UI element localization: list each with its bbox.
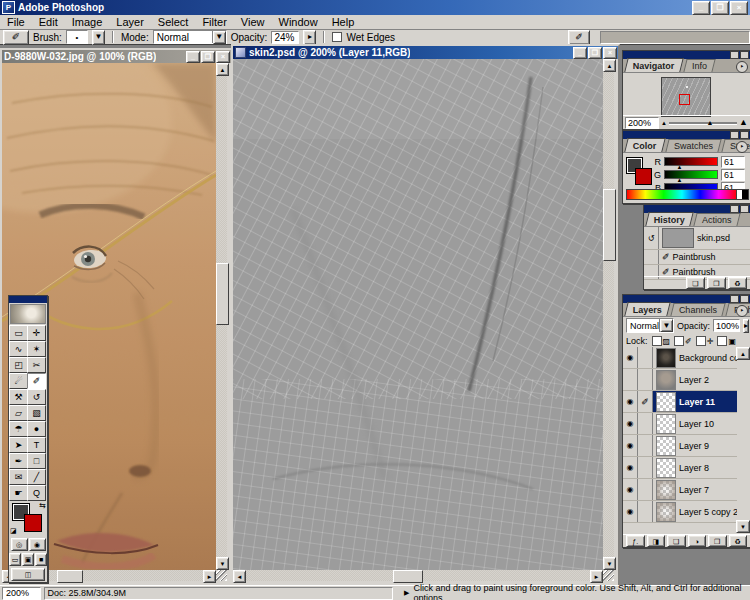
layer-thumbnail[interactable]: [656, 458, 676, 478]
opacity-slider-button[interactable]: ▸: [303, 30, 316, 45]
slice-tool[interactable]: ✂: [27, 357, 46, 373]
menu-item[interactable]: Help: [325, 15, 362, 29]
palette-menu-button[interactable]: ‣: [736, 141, 748, 153]
layer-thumbnail[interactable]: [656, 414, 676, 434]
minimize-button[interactable]: [730, 295, 739, 303]
layer-mask-button[interactable]: ◨: [647, 535, 666, 547]
new-set-button[interactable]: ❏: [667, 535, 686, 547]
toolbox-titlebar[interactable]: [9, 296, 47, 303]
layer-link-well[interactable]: ✐: [638, 501, 653, 522]
lasso-tool[interactable]: ∿: [9, 341, 28, 357]
layer-row[interactable]: ◉ ✐ Layer 9: [623, 435, 737, 457]
menu-item[interactable]: Window: [272, 15, 325, 29]
skin2-vertical-scrollbar[interactable]: ▲ ▼: [603, 59, 614, 570]
delete-state-button[interactable]: ♻: [728, 277, 747, 289]
type-tool[interactable]: T: [27, 437, 46, 453]
scroll-thumb[interactable]: [603, 189, 616, 261]
minimize-button[interactable]: [730, 51, 739, 59]
layer-visibility-toggle[interactable]: ◉: [623, 347, 638, 368]
menu-item[interactable]: Filter: [195, 15, 233, 29]
face-window-titlebar[interactable]: D-9880W-032.jpg @ 100% (RGB) _ ❐ ×: [2, 50, 231, 63]
jump-to-imageready-button[interactable]: ◫: [11, 568, 45, 581]
snapshot-thumbnail[interactable]: [662, 228, 694, 248]
rectangular-marquee-tool[interactable]: ▭: [9, 325, 28, 341]
layer-link-well[interactable]: ✐: [638, 413, 653, 434]
skin2-horizontal-scrollbar[interactable]: ◄ ►: [233, 570, 603, 581]
layers-opacity-input[interactable]: 100%: [713, 319, 740, 332]
navigator-zoom-slider[interactable]: ▲: [669, 118, 737, 128]
layer-row[interactable]: ◉ ✐ Layer 5 copy 2: [623, 501, 737, 523]
layer-visibility-toggle[interactable]: ◉: [623, 457, 638, 478]
history-snapshot-row[interactable]: ↺ skin.psd: [644, 227, 750, 250]
menu-item[interactable]: Image: [65, 15, 110, 29]
close-button[interactable]: ×: [603, 47, 617, 59]
eraser-tool[interactable]: ▱: [9, 405, 28, 421]
palette-tab[interactable]: Swatches: [665, 139, 721, 152]
zoom-tool[interactable]: Q: [27, 485, 46, 501]
scroll-up-button[interactable]: ▲: [736, 347, 750, 360]
palette-tab[interactable]: Channels: [670, 303, 725, 316]
blur-tool[interactable]: ☂: [9, 421, 28, 437]
channel-slider[interactable]: ▲: [664, 170, 718, 179]
close-button[interactable]: [740, 131, 749, 139]
paintbrush-tool[interactable]: ✐: [27, 373, 46, 389]
standard-screen-button[interactable]: ▭: [9, 553, 21, 566]
adjustment-layer-button[interactable]: ◑: [688, 535, 707, 547]
slider-thumb[interactable]: ▲: [706, 119, 713, 126]
navigator-palette[interactable]: NavigatorInfo ‣ 200% ▲ ▲ ▲: [622, 50, 750, 130]
lock-checkbox[interactable]: [696, 336, 706, 346]
scroll-down-button[interactable]: ▼: [603, 557, 616, 570]
active-tool-button[interactable]: ✐: [3, 30, 29, 45]
scroll-thumb[interactable]: [216, 263, 229, 325]
layer-row[interactable]: ◉ ✐ Layer 10: [623, 413, 737, 435]
background-color-swatch[interactable]: [24, 514, 42, 532]
layer-thumbnail[interactable]: [656, 502, 676, 522]
history-source-well[interactable]: [644, 250, 659, 264]
mode-dropdown-button[interactable]: ▼: [213, 31, 226, 44]
background-color-swatch[interactable]: [635, 168, 652, 185]
layer-visibility-toggle[interactable]: ◉: [623, 435, 638, 456]
hand-tool[interactable]: ☛: [9, 485, 28, 501]
palette-well[interactable]: [600, 31, 750, 44]
scroll-down-button[interactable]: ▼: [216, 557, 229, 570]
menu-item[interactable]: Select: [151, 15, 196, 29]
layer-link-well[interactable]: ✐: [638, 391, 653, 412]
pen-tool[interactable]: ✒: [9, 453, 28, 469]
opacity-input[interactable]: 24%: [271, 31, 299, 44]
scroll-up-button[interactable]: ▲: [603, 59, 616, 72]
scroll-thumb[interactable]: [57, 570, 83, 583]
standard-mode-button[interactable]: ◎: [11, 538, 28, 551]
wet-edges-checkbox[interactable]: [332, 32, 342, 42]
layer-style-button[interactable]: ƒ.: [626, 535, 645, 547]
maximize-button[interactable]: ❐: [588, 47, 602, 59]
magic-wand-tool[interactable]: ✶: [27, 341, 46, 357]
scroll-right-button[interactable]: ►: [590, 570, 603, 583]
menu-item[interactable]: Edit: [32, 15, 65, 29]
layer-thumbnail[interactable]: [656, 348, 676, 368]
scroll-thumb[interactable]: [393, 570, 423, 583]
lock-checkbox[interactable]: [717, 336, 727, 346]
zoom-in-icon[interactable]: ▲: [739, 118, 748, 127]
brush-dropdown-button[interactable]: ▼: [92, 30, 105, 45]
layer-thumbnail[interactable]: [656, 436, 676, 456]
layer-row[interactable]: ◉ ✐ Background copy: [623, 347, 737, 369]
layer-row[interactable]: ◉ ✐ Layer 7: [623, 479, 737, 501]
close-button[interactable]: [740, 51, 749, 59]
toolbox-palette[interactable]: ▭ ✛ ∿ ✶ ◰ ✂ ☄ ✐ ⚒ ↺ ▱ ▧: [8, 295, 48, 583]
layer-link-well[interactable]: ✐: [638, 457, 653, 478]
layer-thumbnail[interactable]: [656, 370, 676, 390]
layer-thumbnail[interactable]: [656, 392, 676, 412]
scroll-down-button[interactable]: ▼: [736, 520, 750, 533]
adobe-online-banner[interactable]: [10, 304, 46, 324]
minimize-button[interactable]: _: [692, 1, 710, 15]
palette-tab[interactable]: Navigator: [624, 58, 683, 72]
layer-row[interactable]: ◉ ✐ Layer 11: [623, 391, 737, 413]
skin2-window-titlebar[interactable]: skin2.psd @ 200% (Layer 11,RGB) _ ❐ ×: [233, 46, 618, 59]
history-source-well[interactable]: ↺: [644, 227, 659, 249]
navigator-view-box[interactable]: [679, 94, 690, 105]
navigator-thumbnail[interactable]: [661, 77, 711, 117]
layer-link-well[interactable]: ✐: [638, 435, 653, 456]
blend-dropdown-button[interactable]: ▼: [660, 319, 673, 332]
crop-tool[interactable]: ◰: [9, 357, 28, 373]
minimize-button[interactable]: [730, 205, 739, 213]
